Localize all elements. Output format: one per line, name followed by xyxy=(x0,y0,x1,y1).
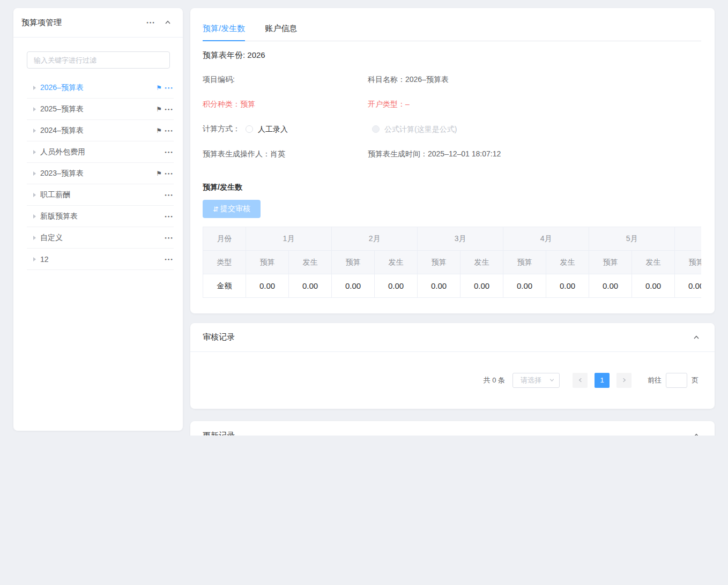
pagination: 共 0 条 请选择 1 前往 页 xyxy=(484,373,699,388)
chevron-right-icon xyxy=(621,377,627,383)
goto-page-input[interactable] xyxy=(666,373,687,388)
field-integral-type: 积分种类：预算 xyxy=(203,99,368,109)
sidebar-item[interactable]: 人员外包费用●●● xyxy=(27,141,174,163)
field-account-type: 开户类型：– xyxy=(368,99,701,109)
tab-budget-occurrence[interactable]: 预算/发生数 xyxy=(203,24,245,41)
more-icon[interactable]: ●●● xyxy=(165,172,174,175)
app-viewport: 预算项管理 ●●● 2026–预算表⚑●●●2025–预算表⚑●●●2024–预… xyxy=(0,0,728,436)
budget-detail-panel: 预算/发生数 账户信息 预算表年份: 2026 项目编码: 科目名称：2026–… xyxy=(190,8,715,313)
caret-right-icon[interactable] xyxy=(33,150,36,154)
radio-formula-calc: 公式计算(这里是公式) xyxy=(372,124,457,134)
sidebar-item-label: 新版预算表 xyxy=(40,212,165,221)
sidebar-item-label: 2023–预算表 xyxy=(40,169,156,178)
sub-header: 发生 xyxy=(375,251,418,274)
sidebar-tree: 2026–预算表⚑●●●2025–预算表⚑●●●2024–预算表⚑●●●人员外包… xyxy=(13,77,183,270)
update-record-panel: 更新记录 xyxy=(190,421,715,436)
budget-table: 月份1月2月3月4月5月6月类型预算发生预算发生预算发生预算发生预算发生预算发生… xyxy=(203,227,701,298)
sidebar-item-label: 人员外包费用 xyxy=(40,147,165,157)
flag-icon: ⚑ xyxy=(156,128,162,134)
month-header: 2月 xyxy=(332,227,418,251)
budget-item-panel: 预算项管理 ●●● 2026–预算表⚑●●●2025–预算表⚑●●●2024–预… xyxy=(13,8,183,431)
sub-header: 预算 xyxy=(589,251,632,274)
sort-arrows-icon: ⇵ xyxy=(213,205,219,213)
more-icon[interactable]: ●●● xyxy=(146,21,155,24)
sub-header: 发生 xyxy=(289,251,332,274)
sidebar-item[interactable]: 自定义●●● xyxy=(27,227,174,249)
caret-right-icon[interactable] xyxy=(33,236,36,240)
audit-record-panel: 审核记录 共 0 条 请选择 1 前往 xyxy=(190,323,715,409)
sub-header: 发生 xyxy=(460,251,503,274)
field-calc-method: 计算方式： 人工录入 xyxy=(203,123,368,134)
more-icon[interactable]: ●●● xyxy=(165,258,174,261)
flag-icon: ⚑ xyxy=(156,170,162,177)
chevron-down-icon xyxy=(549,377,555,383)
sidebar-item[interactable]: 12●●● xyxy=(27,249,174,270)
amount-cell: 0.00 xyxy=(675,274,701,298)
sidebar-item[interactable]: 职工薪酬●●● xyxy=(27,184,174,206)
more-icon[interactable]: ●●● xyxy=(165,215,174,218)
sidebar-item[interactable]: 2025–预算表⚑●●● xyxy=(27,99,174,120)
sidebar-item[interactable]: 2026–预算表⚑●●● xyxy=(27,77,174,99)
more-icon[interactable]: ●●● xyxy=(165,129,174,132)
caret-right-icon[interactable] xyxy=(33,214,36,219)
more-icon[interactable]: ●●● xyxy=(165,236,174,239)
flag-icon: ⚑ xyxy=(156,85,162,91)
amount-cell: 0.00 xyxy=(246,274,289,298)
more-icon[interactable]: ●●● xyxy=(165,193,174,197)
sidebar-item[interactable]: 2023–预算表⚑●●● xyxy=(27,163,174,184)
current-page[interactable]: 1 xyxy=(595,373,610,388)
sidebar-item-label: 2025–预算表 xyxy=(40,104,156,114)
budget-year: 预算表年份: 2026 xyxy=(203,49,701,61)
tree-filter-input[interactable] xyxy=(27,52,169,68)
sidebar-item-label: 2024–预算表 xyxy=(40,126,156,136)
prev-page-button[interactable] xyxy=(573,373,588,388)
submit-review-button[interactable]: ⇵ 提交审核 xyxy=(203,200,261,218)
radio-circle-icon[interactable] xyxy=(246,125,253,133)
radio-circle-icon xyxy=(372,125,380,133)
caret-right-icon[interactable] xyxy=(33,86,36,90)
next-page-button[interactable] xyxy=(616,373,632,388)
caret-right-icon[interactable] xyxy=(33,193,36,197)
table-row: 金额0.000.000.000.000.000.000.000.000.000.… xyxy=(203,274,702,298)
caret-right-icon[interactable] xyxy=(33,257,36,261)
month-header: 6月 xyxy=(675,227,701,251)
update-record-title: 更新记录 xyxy=(203,431,235,436)
tab-account-info[interactable]: 账户信息 xyxy=(265,24,297,41)
sidebar-header: 预算项管理 ●●● xyxy=(13,8,183,38)
field-project-code: 项目编码: xyxy=(203,74,368,85)
page-size-select[interactable]: 请选择 xyxy=(512,373,560,388)
table-corner-month: 月份 xyxy=(203,227,246,251)
sidebar-item-label: 自定义 xyxy=(40,233,165,243)
field-subject-name: 科目名称：2026–预算表 xyxy=(368,74,701,85)
field-grid: 项目编码: 科目名称：2026–预算表 积分种类：预算 开户类型：– 计算方式：… xyxy=(203,74,701,159)
amount-cell: 0.00 xyxy=(460,274,503,298)
caret-right-icon[interactable] xyxy=(33,129,36,133)
sub-header: 预算 xyxy=(332,251,375,274)
detail-content: 预算表年份: 2026 项目编码: 科目名称：2026–预算表 积分种类：预算 … xyxy=(190,49,715,298)
chevron-up-icon[interactable] xyxy=(693,334,700,341)
field-calc-formula: 公式计算(这里是公式) xyxy=(368,123,701,134)
radio-manual-entry[interactable]: 人工录入 xyxy=(246,124,288,134)
goto-page: 前往 页 xyxy=(648,373,699,388)
amount-cell: 0.00 xyxy=(418,274,460,298)
sub-header: 预算 xyxy=(675,251,701,274)
more-icon[interactable]: ●●● xyxy=(165,86,174,89)
chevron-up-icon[interactable] xyxy=(693,432,700,436)
sidebar-item[interactable]: 新版预算表●●● xyxy=(27,206,174,227)
budget-table-wrap: 月份1月2月3月4月5月6月类型预算发生预算发生预算发生预算发生预算发生预算发生… xyxy=(203,227,701,298)
chevron-up-icon[interactable] xyxy=(164,19,172,26)
audit-record-header: 审核记录 xyxy=(190,323,715,352)
caret-right-icon[interactable] xyxy=(33,107,36,111)
amount-cell: 0.00 xyxy=(632,274,675,298)
sidebar-item[interactable]: 2024–预算表⚑●●● xyxy=(27,120,174,141)
sidebar-item-label: 2026–预算表 xyxy=(40,83,156,93)
sidebar-item-label: 12 xyxy=(40,255,165,264)
caret-right-icon[interactable] xyxy=(33,171,36,176)
budget-table-title: 预算/发生数 xyxy=(203,182,701,192)
amount-cell: 0.00 xyxy=(289,274,332,298)
amount-cell: 0.00 xyxy=(589,274,632,298)
more-icon[interactable]: ●●● xyxy=(165,108,174,111)
more-icon[interactable]: ●●● xyxy=(165,151,174,154)
field-creator: 预算表生成操作人：肖英 xyxy=(203,148,368,159)
update-record-header: 更新记录 xyxy=(190,421,715,436)
